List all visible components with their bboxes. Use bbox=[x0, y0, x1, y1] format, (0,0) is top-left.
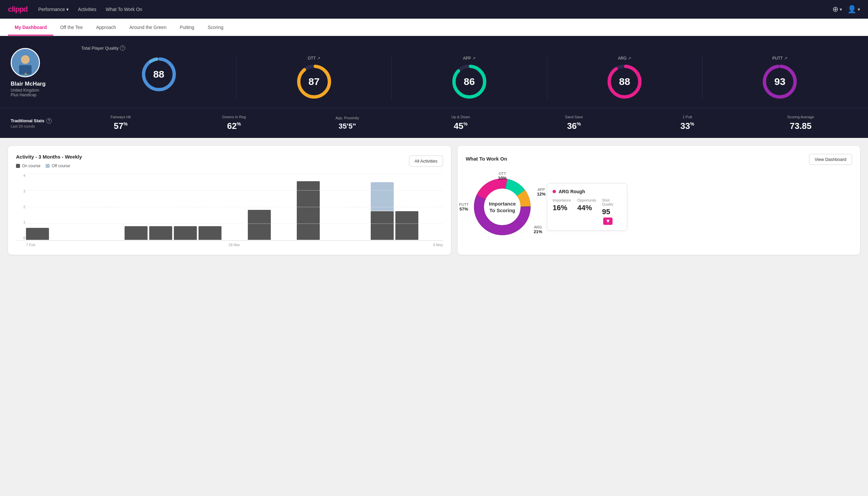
bottom-section: Activity - 3 Months - Weekly On course O… bbox=[0, 138, 868, 263]
tab-my-dashboard[interactable]: My Dashboard bbox=[8, 19, 53, 36]
arg-outer-label: ARG 21% bbox=[534, 225, 542, 234]
bar-on-course bbox=[395, 211, 419, 240]
putt-value: 93 bbox=[774, 76, 785, 87]
traditional-stats-label: Traditional Stats ? Last 20 rounds bbox=[11, 118, 64, 128]
score-app: APP ↗ 86 bbox=[392, 56, 547, 100]
putt-outer-label: PUTT 57% bbox=[459, 203, 469, 212]
bar-chart-area: 4 3 2 1 0 7 Feb 28 Mar bbox=[16, 173, 443, 247]
bar-on-course bbox=[174, 226, 197, 240]
donut-center-label: Importance To Scoring bbox=[489, 201, 516, 214]
arg-dot bbox=[553, 190, 556, 193]
putt-label: PUTT ↗ bbox=[772, 56, 787, 61]
legend-off-course: Off course bbox=[46, 164, 70, 168]
ott-outer-label: OTT 10% bbox=[498, 172, 507, 181]
nav-what-to-work-on[interactable]: What To Work On bbox=[106, 7, 142, 12]
tab-around-the-green[interactable]: Around the Green bbox=[123, 19, 173, 36]
bar-group-11 bbox=[297, 180, 320, 240]
player-info: ⛳ Blair McHarg United Kingdom Plus Handi… bbox=[11, 48, 70, 97]
bar-on-course bbox=[149, 226, 172, 240]
chart-legend: On course Off course bbox=[16, 164, 82, 168]
tpq-label: Total Player Quality ? bbox=[81, 45, 857, 51]
metric-opportunity: Opportunity 44% bbox=[577, 198, 597, 225]
score-total-value: 88 bbox=[153, 68, 164, 80]
bar-group-10 bbox=[272, 180, 296, 240]
tab-approach[interactable]: Approach bbox=[89, 19, 123, 36]
player-handicap: Plus Handicap bbox=[11, 93, 36, 97]
donut-total: 88 bbox=[141, 56, 177, 93]
wtwo-title: What To Work On bbox=[465, 156, 507, 161]
bar-on-course bbox=[248, 210, 271, 240]
bar-group-5 bbox=[149, 180, 172, 240]
x-label-1: 7 Feb bbox=[26, 243, 35, 247]
chevron-down-icon: ▾ bbox=[66, 7, 68, 12]
bar-on-course bbox=[26, 228, 49, 240]
add-button[interactable]: ⊕ ▾ bbox=[832, 5, 842, 14]
view-dashboard-button[interactable]: View Dashboard bbox=[809, 154, 852, 165]
right-card-header: What To Work On View Dashboard bbox=[465, 154, 852, 165]
arg-value: 88 bbox=[619, 76, 630, 87]
player-country: United Kingdom bbox=[11, 88, 39, 93]
hero-section: ⛳ Blair McHarg United Kingdom Plus Handi… bbox=[0, 36, 868, 108]
score-arg: ARG ↗ 88 bbox=[547, 56, 703, 100]
info-icon: ? bbox=[120, 45, 125, 51]
donut-app: 86 bbox=[451, 63, 488, 100]
bar-off-course bbox=[371, 182, 394, 211]
info-metrics: Importance 16% Opportunity 44% Shot Qual… bbox=[553, 198, 621, 225]
tab-scoring[interactable]: Scoring bbox=[201, 19, 230, 36]
app-outer-label: APP 12% bbox=[537, 188, 546, 197]
tab-off-the-tee[interactable]: Off the Tee bbox=[53, 19, 89, 36]
nav-performance[interactable]: Performance ▾ bbox=[38, 7, 68, 12]
bar-group-9 bbox=[248, 180, 271, 240]
stat-sand-save: Sand Save 36% bbox=[517, 115, 631, 131]
bar-group-7 bbox=[199, 180, 221, 240]
donut-arg: 88 bbox=[606, 63, 643, 100]
bar-group-15 bbox=[395, 180, 419, 240]
tab-bar: My Dashboard Off the Tee Approach Around… bbox=[0, 19, 868, 36]
stats-bar: Traditional Stats ? Last 20 rounds Fairw… bbox=[0, 108, 868, 138]
chart-header-left: Activity - 3 Months - Weekly On course O… bbox=[16, 154, 82, 168]
stat-scoring-average: Scoring Average 73.85 bbox=[744, 115, 857, 131]
bar-on-course bbox=[371, 211, 394, 240]
on-course-dot bbox=[16, 164, 20, 168]
off-course-dot bbox=[46, 164, 50, 168]
bar-group-16 bbox=[420, 180, 443, 240]
chart-title: Activity - 3 Months - Weekly bbox=[16, 154, 82, 159]
arg-label: ARG ↗ bbox=[618, 56, 631, 61]
svg-text:⛳: ⛳ bbox=[24, 72, 27, 75]
app-label: APP ↗ bbox=[463, 56, 476, 61]
y-axis: 4 3 2 1 0 bbox=[16, 173, 25, 241]
user-button[interactable]: 👤 ▾ bbox=[847, 5, 860, 14]
chart-card-header: Activity - 3 Months - Weekly On course O… bbox=[16, 154, 443, 168]
stat-fairways-hit: Fairways Hit 57% bbox=[64, 115, 177, 131]
bar-group-0 bbox=[26, 180, 49, 240]
scores-top: 88 OTT ↗ 87 APP bbox=[81, 56, 857, 100]
donut-section: Importance To Scoring OTT 10% APP 12% bbox=[465, 170, 852, 244]
donut-ott: 87 bbox=[296, 63, 332, 100]
donut-putt: 93 bbox=[761, 63, 798, 100]
donut-wrapper: Importance To Scoring OTT 10% APP 12% bbox=[465, 170, 539, 244]
bar-on-course bbox=[297, 181, 320, 240]
shot-quality-badge: ▼ bbox=[603, 218, 613, 225]
all-activities-button[interactable]: All Activities bbox=[409, 156, 443, 167]
bar-on-course bbox=[125, 226, 147, 240]
score-ott: OTT ↗ 87 bbox=[236, 56, 392, 100]
tab-putting[interactable]: Putting bbox=[173, 19, 201, 36]
donut-with-labels: Importance To Scoring OTT 10% APP 12% bbox=[465, 170, 539, 244]
arrow-up-icon: ↗ bbox=[784, 56, 787, 61]
scores-wrapper: Total Player Quality ? 88 OTT ↗ bbox=[81, 45, 857, 100]
bar-group-8 bbox=[223, 180, 246, 240]
logo[interactable]: clippd bbox=[8, 5, 28, 14]
score-putt: PUTT ↗ 93 bbox=[703, 56, 857, 100]
arrow-up-icon: ↗ bbox=[317, 56, 320, 61]
nav-activities[interactable]: Activities bbox=[78, 7, 96, 12]
bar-group-1 bbox=[51, 180, 74, 240]
ott-label: OTT ↗ bbox=[308, 56, 320, 61]
stat-greens-in-reg: Greens In Reg 62% bbox=[177, 115, 290, 131]
player-name: Blair McHarg bbox=[11, 81, 46, 87]
metric-importance: Importance 16% bbox=[553, 198, 572, 225]
info-icon: ? bbox=[46, 118, 52, 124]
ott-value: 87 bbox=[309, 76, 319, 87]
arg-rough-info-card: ARG Rough Importance 16% Opportunity 44%… bbox=[547, 183, 627, 231]
bar-chart-inner: 4 3 2 1 0 bbox=[16, 173, 443, 241]
top-nav: clippd Performance ▾ Activities What To … bbox=[0, 0, 868, 19]
